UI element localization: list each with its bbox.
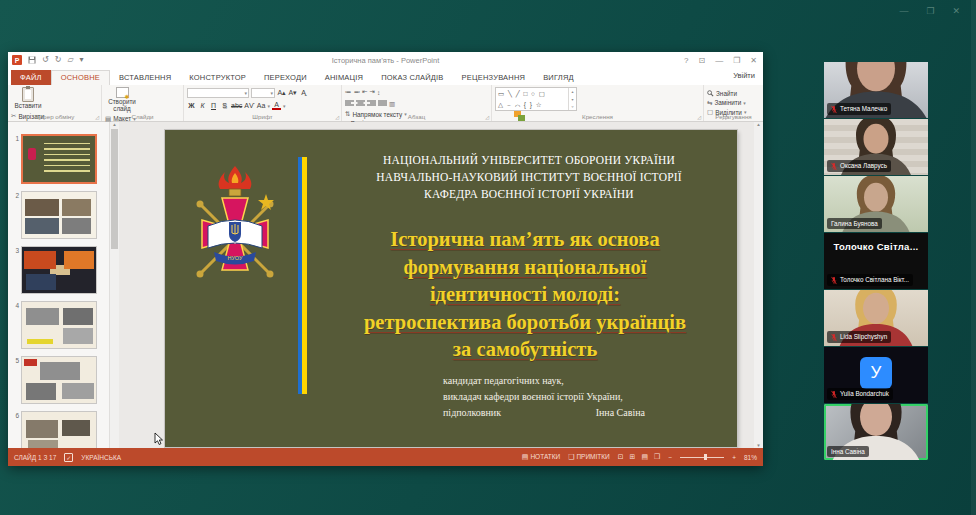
close-icon[interactable]: ✕: [750, 56, 757, 65]
slide-thumbnail-1[interactable]: [21, 134, 97, 184]
bold-button[interactable]: Ж: [187, 101, 196, 110]
ribbon-options-icon[interactable]: ⊡: [698, 56, 705, 65]
muted-mic-icon: [831, 390, 837, 399]
font-color-button[interactable]: А: [272, 101, 281, 110]
columns-icon[interactable]: ▥: [389, 100, 395, 108]
tab-view[interactable]: ВИГЛЯД: [534, 70, 583, 85]
sign-in-link[interactable]: Увійти: [733, 71, 755, 80]
reading-view-icon[interactable]: ▤: [641, 453, 648, 461]
slide-header-textbox[interactable]: НАЦІОНАЛЬНИЙ УНІВЕРСИТЕТ ОБОРОНИ УКРАЇНИ…: [333, 152, 725, 203]
slide-credentials-textbox[interactable]: кандидат педагогічних наук, викладач каф…: [443, 373, 645, 421]
svg-text:НУОУ: НУОУ: [228, 255, 243, 261]
thumbnail-scrollbar[interactable]: ▲: [110, 122, 119, 448]
character-spacing-button[interactable]: АѴ: [244, 101, 254, 110]
participant-tile[interactable]: Толочко Світла... Толочко Світлана Вікт.…: [824, 233, 928, 289]
tab-file[interactable]: ФАЙЛ: [11, 70, 51, 85]
tab-transitions[interactable]: ПЕРЕХОДИ: [255, 70, 316, 85]
find-button[interactable]: Знайти: [707, 89, 760, 98]
participant-tile[interactable]: Галина Буянова: [824, 176, 928, 232]
font-size-input[interactable]: ▾: [251, 88, 275, 98]
participant-name: Толочко Світлана Вікт...: [840, 276, 909, 284]
shape-icons: ▭ ╲ ╱ □ ○ ▢△ ⌣ ⌒ { } ☆: [496, 88, 568, 110]
slide-canvas[interactable]: НУОУ НАЦІОНАЛЬНИЙ УНІВЕРСИТЕТ ОБОРОНИ УК…: [165, 130, 737, 447]
participant-name: Lida Slipchyshyn: [840, 333, 887, 341]
new-slide-icon: [116, 87, 129, 98]
clipboard-dialog-launcher[interactable]: ◿: [95, 114, 99, 120]
align-center-icon[interactable]: [356, 100, 365, 107]
clear-formatting-icon[interactable]: А͍: [299, 88, 308, 97]
powerpoint-titlebar: P ↺ ↻ ▱ ▾ Історична пам’ять - PowerPoint…: [8, 52, 763, 69]
group-slides: Створити слайд ▤Макет▾ ↺Скинути ▬Розділ▾…: [102, 85, 184, 121]
author-name: Інна Савіна: [596, 405, 645, 421]
align-right-icon[interactable]: [367, 100, 376, 107]
tab-review[interactable]: РЕЦЕНЗУВАННЯ: [453, 70, 535, 85]
ribbon: Вставити ✂Вирізати Копіювати▾ Формат за …: [8, 85, 763, 122]
decrease-indent-icon[interactable]: ⇤: [362, 88, 367, 96]
slide-sorter-view-icon[interactable]: ⊞: [630, 453, 636, 461]
shapes-gallery-scroll[interactable]: ▴▾▿: [568, 88, 576, 110]
tab-insert[interactable]: ВСТАВЛЕННЯ: [110, 70, 180, 85]
participant-name: Yulia Bondarchuk: [840, 390, 889, 398]
tab-animations[interactable]: АНІМАЦІЯ: [316, 70, 372, 85]
justify-icon[interactable]: [378, 100, 387, 107]
paste-button[interactable]: Вставити: [11, 87, 45, 110]
notes-toggle[interactable]: ▤ НОТАТКИ: [522, 453, 560, 461]
minimize-icon[interactable]: —: [715, 56, 723, 65]
decrease-font-icon[interactable]: А▾: [288, 88, 297, 97]
increase-indent-icon[interactable]: ⇥: [369, 88, 374, 96]
font-dialog-launcher[interactable]: ◿: [335, 114, 339, 120]
restore-icon[interactable]: ❐: [733, 56, 740, 65]
slide-thumbnail-6[interactable]: [21, 411, 97, 448]
replace-button[interactable]: ⇆Замінити▾: [707, 99, 760, 108]
participant-tile[interactable]: Тетяна Малечко: [824, 62, 928, 118]
help-icon[interactable]: ?: [684, 56, 688, 65]
tab-design[interactable]: КОНСТРУКТОР: [180, 70, 255, 85]
participant-tile-active-speaker[interactable]: Інна Савіна: [824, 404, 928, 460]
shapes-gallery[interactable]: ▭ ╲ ╱ □ ○ ▢△ ⌣ ⌒ { } ☆ ▴▾▿: [495, 87, 577, 111]
tab-home[interactable]: ОСНОВНЕ: [51, 70, 110, 85]
maximize-icon[interactable]: ❐: [926, 6, 934, 16]
bullets-icon[interactable]: ≔: [345, 88, 352, 96]
spellcheck-icon[interactable]: ✓: [64, 453, 73, 462]
align-left-icon[interactable]: [345, 100, 354, 107]
drawing-dialog-launcher[interactable]: ◿: [697, 114, 701, 120]
slideshow-view-icon[interactable]: ❒: [654, 453, 660, 461]
normal-view-icon[interactable]: ⊡: [618, 453, 624, 461]
zoom-slider[interactable]: [680, 457, 724, 458]
muted-mic-icon: [831, 333, 837, 342]
university-emblem: НУОУ: [188, 164, 282, 297]
slide-thumbnail-5[interactable]: [21, 356, 97, 404]
group-paragraph: ≔ ≕ ⇤ ⇥ ↕ ▥: [342, 85, 492, 121]
paragraph-dialog-launcher[interactable]: ◿: [485, 114, 489, 120]
slide-area-scrollbar[interactable]: ▲▼: [754, 122, 763, 448]
numbering-icon[interactable]: ≕: [354, 88, 361, 96]
paste-icon: [22, 87, 34, 102]
slide-title-textbox[interactable]: Історична пам’ять як основа формування н…: [323, 226, 727, 364]
text-shadow-button[interactable]: S: [220, 101, 229, 110]
zoom-out-icon[interactable]: −: [668, 454, 672, 461]
line-spacing-icon[interactable]: ↕: [377, 89, 380, 96]
strikethrough-button[interactable]: abc: [231, 101, 242, 110]
zoom-in-icon[interactable]: +: [732, 454, 736, 461]
close-icon[interactable]: ✕: [952, 6, 960, 16]
participant-tile[interactable]: Оксана Лаврусь: [824, 119, 928, 175]
language-indicator[interactable]: УКРАЇНСЬКА: [81, 454, 121, 461]
status-bar: СЛАЙД 1 З 17 ✓ УКРАЇНСЬКА ▤ НОТАТКИ ❑ ПР…: [8, 448, 763, 466]
font-name-input[interactable]: ▾: [187, 88, 249, 98]
increase-font-icon[interactable]: А▴: [277, 88, 286, 97]
comments-toggle[interactable]: ❑ ПРИМІТКИ: [568, 453, 610, 461]
participant-tile[interactable]: У Yulia Bondarchuk: [824, 347, 928, 403]
minimize-icon[interactable]: —: [899, 6, 908, 16]
underline-button[interactable]: П: [209, 101, 218, 110]
italic-button[interactable]: К: [198, 101, 207, 110]
participant-tile[interactable]: Lida Slipchyshyn: [824, 290, 928, 346]
meeting-scroll-strip: [971, 0, 976, 515]
zoom-level[interactable]: 81%: [744, 454, 757, 461]
new-slide-button[interactable]: Створити слайд: [105, 87, 139, 113]
slide-thumbnail-4[interactable]: [21, 301, 97, 349]
slide-thumbnail-panel: 1 2 3 4 5 6: [8, 122, 110, 448]
slide-thumbnail-3[interactable]: [21, 246, 97, 294]
tab-slideshow[interactable]: ПОКАЗ СЛАЙДІВ: [372, 70, 452, 85]
slide-thumbnail-2[interactable]: [21, 191, 97, 239]
change-case-button[interactable]: Аа: [257, 101, 266, 110]
